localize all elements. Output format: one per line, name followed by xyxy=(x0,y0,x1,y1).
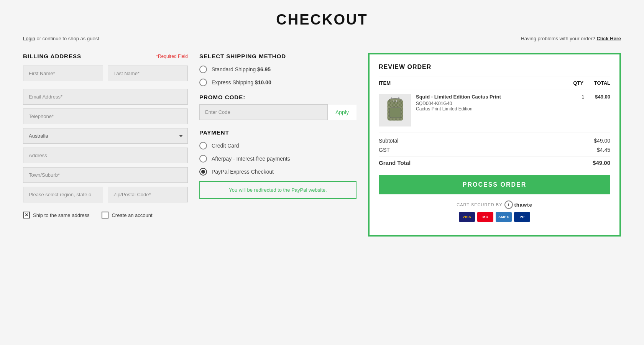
first-name-input[interactable] xyxy=(23,66,103,81)
login-area: Login or continue to shop as guest xyxy=(23,36,99,41)
credit-card-radio[interactable] xyxy=(199,142,207,150)
product-image-svg xyxy=(384,97,407,124)
thawte-circle-icon: t xyxy=(504,200,513,209)
item-qty: 1 xyxy=(573,94,584,100)
suburb-input[interactable] xyxy=(23,167,188,183)
qty-total-headers: QTY TOTAL xyxy=(573,80,610,86)
ship-same-checkbox[interactable] xyxy=(23,212,30,219)
region-zip-row xyxy=(23,187,188,206)
email-input[interactable] xyxy=(23,89,188,105)
total-header: TOTAL xyxy=(594,80,610,86)
billing-title: BILLING ADDRESS xyxy=(23,53,81,59)
apply-button[interactable]: Apply xyxy=(328,105,356,120)
item-name: Squid - Limited Edition Cactus Print xyxy=(416,94,568,100)
review-title: REVIEW ORDER xyxy=(379,64,610,71)
zip-group xyxy=(108,187,188,202)
price-rows: Subtotal $49.00 GST $4.45 Grand Total $4… xyxy=(379,133,610,166)
review-item-row: Squid - Limited Edition Cactus Print SQD… xyxy=(379,94,610,127)
country-group: Australia xyxy=(23,128,188,144)
product-image xyxy=(379,94,411,127)
express-shipping-label: Express Shipping $10.00 xyxy=(212,79,271,85)
paypal-label: PayPal Express Checkout xyxy=(212,169,274,175)
afterpay-option[interactable]: Afterpay - Interest-free payments xyxy=(199,155,356,163)
standard-shipping-label: Standard Shipping $6.95 xyxy=(212,66,271,72)
login-link[interactable]: Login xyxy=(23,36,35,41)
required-label: *Required Field xyxy=(156,54,188,59)
item-qty-total: 1 $49.00 xyxy=(573,94,610,100)
credit-card-option[interactable]: Credit Card xyxy=(199,142,356,150)
help-link[interactable]: Click Here xyxy=(596,36,621,41)
help-text: Having problems with your order? xyxy=(521,36,595,41)
review-header-row: ITEM QTY TOTAL xyxy=(379,77,610,89)
region-input[interactable] xyxy=(23,187,103,202)
email-group xyxy=(23,89,188,105)
visa-icon: VISA xyxy=(459,212,475,222)
security-label: CART SECURED BY xyxy=(457,202,502,207)
grand-total-value: $49.00 xyxy=(593,159,610,166)
promo-label: PROMO CODE: xyxy=(199,94,356,100)
security-section: CART SECURED BY t thawte VISA MC AMEX PP xyxy=(379,200,610,222)
billing-section: BILLING ADDRESS *Required Field Austr xyxy=(23,53,188,219)
paypal-badge-icon: PP xyxy=(514,212,530,222)
express-shipping-radio[interactable] xyxy=(199,79,207,86)
country-select[interactable]: Australia xyxy=(23,128,188,144)
security-row: CART SECURED BY t thawte xyxy=(379,200,610,209)
last-name-input[interactable] xyxy=(108,66,188,81)
address-input[interactable] xyxy=(23,148,188,163)
afterpay-radio[interactable] xyxy=(199,155,207,163)
qty-header: QTY xyxy=(573,80,583,86)
telephone-group xyxy=(23,108,188,124)
help-area: Having problems with your order? Click H… xyxy=(521,36,621,41)
billing-header: BILLING ADDRESS *Required Field xyxy=(23,53,188,59)
afterpay-label: Afterpay - Interest-free payments xyxy=(212,156,290,162)
main-content: BILLING ADDRESS *Required Field Austr xyxy=(23,53,621,237)
create-account-item: Create an account xyxy=(102,212,152,219)
top-bar: Login or continue to shop as guest Havin… xyxy=(23,36,621,41)
review-section: REVIEW ORDER ITEM QTY TOTAL xyxy=(368,53,621,237)
gst-row: GST $4.45 xyxy=(379,147,610,153)
item-header: ITEM xyxy=(379,80,391,86)
item-sku: SQD004-K01G40 xyxy=(416,101,568,106)
suburb-group xyxy=(23,167,188,183)
login-suffix: or continue to shop as guest xyxy=(35,36,99,41)
subtotal-label: Subtotal xyxy=(379,138,398,144)
paypal-radio[interactable] xyxy=(199,168,207,176)
create-account-label: Create an account xyxy=(112,212,152,218)
shipping-payment-section: SELECT SHIPPING METHOD Standard Shipping… xyxy=(199,53,356,199)
telephone-input[interactable] xyxy=(23,108,188,124)
address-group xyxy=(23,148,188,163)
payment-icons: VISA MC AMEX PP xyxy=(379,212,610,222)
create-account-checkbox[interactable] xyxy=(102,212,108,219)
last-name-group xyxy=(108,66,188,81)
promo-row: Apply xyxy=(199,104,356,120)
page-title: CHECKOUT xyxy=(23,12,621,28)
subtotal-value: $49.00 xyxy=(594,138,610,144)
promo-input[interactable] xyxy=(199,104,328,120)
zip-input[interactable] xyxy=(108,187,188,202)
svg-point-8 xyxy=(389,98,402,101)
first-name-group xyxy=(23,66,103,81)
express-shipping-option[interactable]: Express Shipping $10.00 xyxy=(199,79,356,86)
name-row xyxy=(23,66,188,85)
payment-title: PAYMENT xyxy=(199,129,356,136)
credit-card-label: Credit Card xyxy=(212,143,239,149)
paypal-notice: You will be redirected to the PayPal web… xyxy=(199,181,356,199)
region-group xyxy=(23,187,103,202)
shipping-title: SELECT SHIPPING METHOD xyxy=(199,53,356,59)
subtotal-row: Subtotal $49.00 xyxy=(379,138,610,144)
paypal-option[interactable]: PayPal Express Checkout xyxy=(199,168,356,176)
ship-same-item: Ship to the same address xyxy=(23,212,89,219)
svg-rect-7 xyxy=(389,108,401,118)
options-row: Ship to the same address Create an accou… xyxy=(23,212,188,219)
item-variant: Cactus Print Limited Edition xyxy=(416,106,568,112)
grand-total-label: Grand Total xyxy=(379,159,411,166)
promo-section: PROMO CODE: Apply xyxy=(199,94,356,120)
standard-shipping-radio[interactable] xyxy=(199,66,207,73)
item-info: Squid - Limited Edition Cactus Print SQD… xyxy=(416,94,568,112)
thawte-name: thawte xyxy=(514,202,532,208)
ship-same-label: Ship to the same address xyxy=(33,212,89,218)
process-order-button[interactable]: PROCESS ORDER xyxy=(379,175,610,194)
standard-shipping-option[interactable]: Standard Shipping $6.95 xyxy=(199,66,356,73)
mastercard-icon: MC xyxy=(477,212,493,222)
gst-value: $4.45 xyxy=(597,147,610,153)
